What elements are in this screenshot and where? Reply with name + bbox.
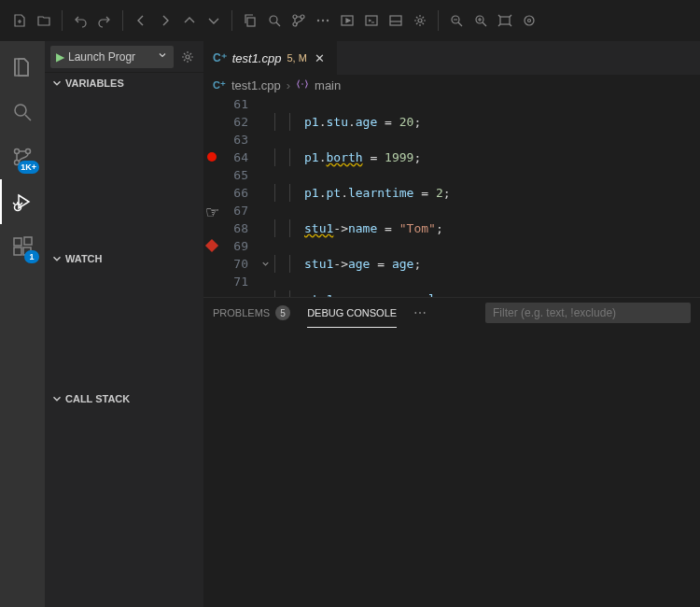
activity-bar: 1K+ 1 [0, 41, 45, 607]
tab-filename: test1.cpp [232, 51, 282, 65]
redo-icon[interactable] [92, 8, 117, 33]
panel-icon[interactable] [384, 8, 408, 33]
debug-run-icon[interactable] [335, 8, 359, 33]
nav-up-icon[interactable] [177, 8, 202, 33]
chevron-down-icon [157, 49, 168, 64]
glyph-margin[interactable]: ☞ [203, 95, 220, 297]
ext-badge: 1 [24, 250, 39, 263]
svg-point-16 [528, 20, 531, 22]
svg-rect-14 [500, 17, 510, 24]
debug-toolbar [0, 0, 700, 41]
watch-section-header[interactable]: WATCH [45, 248, 203, 269]
variables-section-header[interactable]: VARIABLES [45, 73, 203, 93]
svg-point-15 [525, 16, 534, 25]
cpp-icon: C⁺ [213, 79, 226, 92]
svg-point-7 [327, 20, 329, 21]
svg-rect-22 [14, 238, 21, 246]
svg-point-20 [26, 149, 31, 154]
debug-tab[interactable] [0, 179, 45, 224]
editor-tabbar: C⁺ test1.cpp 5, M ✕ [203, 41, 700, 75]
zoom-out-icon[interactable] [444, 8, 469, 33]
debug-console-tab[interactable]: DEBUG CONSOLE [307, 298, 397, 328]
nav-down-icon[interactable] [202, 8, 226, 33]
editor-area: C⁺ test1.cpp 5, M ✕ C⁺ test1.cpp › main … [203, 41, 700, 607]
cpp-icon: C⁺ [213, 51, 227, 64]
undo-icon[interactable] [68, 8, 92, 33]
open-file-icon[interactable] [32, 8, 56, 33]
copy-icon[interactable] [238, 8, 262, 33]
svg-point-3 [293, 22, 297, 26]
breadcrumb[interactable]: C⁺ test1.cpp › main [203, 75, 700, 95]
callstack-section-header[interactable]: CALL STACK [45, 388, 203, 409]
tab-status: 5, M [287, 52, 306, 64]
svg-rect-25 [24, 237, 32, 245]
overflow-icon[interactable] [311, 8, 335, 33]
problems-tab[interactable]: PROBLEMS 5 [213, 298, 290, 328]
svg-point-2 [293, 15, 297, 19]
svg-point-26 [186, 55, 189, 59]
search-icon[interactable] [262, 8, 287, 33]
extensions-tab[interactable]: 1 [0, 224, 45, 269]
nav-back-icon[interactable] [129, 8, 153, 33]
symbol-icon [296, 78, 309, 93]
nav-forward-icon[interactable] [153, 8, 177, 33]
breakpoint-icon[interactable] [207, 152, 217, 162]
search-tab[interactable] [0, 90, 45, 134]
target-icon[interactable] [517, 8, 541, 33]
debug-console-body[interactable] [203, 328, 700, 607]
launch-config-dropdown[interactable]: ▶ Launch Progr [50, 46, 174, 68]
svg-point-18 [15, 149, 20, 154]
svg-rect-23 [14, 247, 21, 255]
fold-column [259, 95, 271, 297]
zoom-in-icon[interactable] [469, 8, 493, 33]
breakpoint-diamond-icon[interactable] [205, 239, 218, 252]
play-icon: ▶ [56, 50, 64, 64]
breadcrumb-file: test1.cpp [231, 78, 281, 92]
svg-point-6 [322, 20, 324, 21]
debug-sidebar: ▶ Launch Progr VARIABLES WATCH CALL STAC… [45, 41, 203, 607]
branch-icon[interactable] [287, 8, 311, 33]
close-icon[interactable]: ✕ [313, 50, 328, 65]
editor-tab[interactable]: C⁺ test1.cpp 5, M ✕ [203, 41, 338, 75]
bottom-panel: PROBLEMS 5 DEBUG CONSOLE ⋯ [203, 297, 700, 607]
svg-point-4 [301, 15, 304, 19]
panel-overflow-icon[interactable]: ⋯ [413, 305, 428, 320]
svg-rect-10 [390, 16, 401, 25]
new-file-icon[interactable] [7, 8, 32, 33]
terminal-icon[interactable] [359, 8, 384, 33]
svg-rect-0 [247, 18, 255, 26]
scm-tab[interactable]: 1K+ [0, 134, 45, 179]
svg-point-17 [15, 105, 26, 116]
code-editor[interactable]: p1.stu.age = 20; p1.borth = 1999; p1.pt.… [271, 95, 700, 297]
chevron-right-icon: › [287, 78, 290, 92]
scm-badge: 1K+ [18, 161, 39, 174]
fit-screen-icon[interactable] [493, 8, 517, 33]
explorer-tab[interactable] [0, 45, 45, 90]
line-number-gutter: 61 62 63 64 65 66 67 68 69 70 71 [220, 95, 259, 297]
settings-icon[interactable] [408, 8, 432, 33]
launch-settings-button[interactable] [177, 47, 198, 67]
problems-count: 5 [275, 305, 290, 320]
svg-point-11 [418, 19, 422, 22]
svg-point-1 [270, 16, 277, 23]
panel-filter-input[interactable] [485, 303, 691, 323]
breadcrumb-symbol: main [315, 78, 341, 92]
svg-point-5 [317, 20, 319, 21]
launch-label: Launch Progr [68, 50, 135, 64]
fold-icon[interactable] [259, 258, 271, 269]
